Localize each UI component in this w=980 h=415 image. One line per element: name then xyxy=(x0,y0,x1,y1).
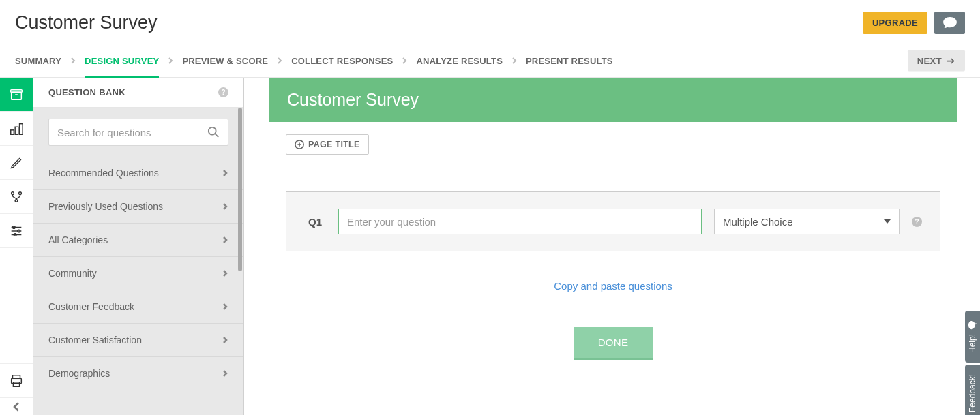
upgrade-button[interactable]: UPGRADE xyxy=(863,12,927,34)
category-all-categories[interactable]: All Categories xyxy=(33,224,243,257)
tab-analyze-results[interactable]: ANALYZE RESULTS xyxy=(416,45,503,77)
main: Customer Survey PAGE TITLE Q1 Multiple C… xyxy=(244,78,980,415)
rail-top xyxy=(0,78,33,248)
chevron-right-icon xyxy=(222,170,228,176)
search-box[interactable] xyxy=(48,119,228,146)
branch-icon xyxy=(9,189,24,204)
scrollbar[interactable] xyxy=(238,108,242,271)
rail-question-bank[interactable] xyxy=(0,78,33,112)
tab-preview-score[interactable]: PREVIEW & SCORE xyxy=(182,45,268,77)
feedback-tab[interactable]: Feedback! xyxy=(965,365,980,415)
done-button[interactable]: DONE xyxy=(574,327,653,360)
chevron-right-icon xyxy=(222,270,228,277)
question-card: Q1 Multiple Choice ? xyxy=(286,191,940,251)
svg-point-9 xyxy=(15,199,18,202)
caret-down-icon xyxy=(884,218,891,225)
rail-builder[interactable] xyxy=(0,112,33,146)
category-customer-satisfaction[interactable]: Customer Satisfaction xyxy=(33,324,243,357)
chevron-right-icon xyxy=(222,337,228,343)
svg-line-20 xyxy=(216,134,219,138)
page-title: Customer Survey xyxy=(15,12,158,33)
category-label: Customer Satisfaction xyxy=(48,335,142,345)
page-title-label: PAGE TITLE xyxy=(308,140,360,149)
search-wrap xyxy=(33,108,243,157)
left-rail xyxy=(0,78,33,415)
question-type-select[interactable]: Multiple Choice xyxy=(714,209,900,234)
chevron-right-icon xyxy=(401,55,408,67)
chevron-right-icon xyxy=(222,203,228,210)
main-body: PAGE TITLE Q1 Multiple Choice ? Copy and… xyxy=(269,122,957,373)
sidebar: QUESTION BANK ? Recommended Questions Pr… xyxy=(33,78,244,415)
next-button-label: NEXT xyxy=(917,56,942,66)
chat-button[interactable] xyxy=(934,12,965,34)
question-input[interactable] xyxy=(338,209,702,234)
builder-icon xyxy=(9,121,24,136)
category-previously-used-questions[interactable]: Previously Used Questions xyxy=(33,190,243,224)
feedback-tab-label: Feedback! xyxy=(968,374,977,412)
chevron-right-icon xyxy=(276,55,283,67)
svg-point-19 xyxy=(209,127,216,135)
chevron-right-icon xyxy=(511,55,518,67)
svg-point-8 xyxy=(19,191,22,194)
arrow-right-icon xyxy=(946,56,955,65)
svg-marker-24 xyxy=(884,219,891,224)
chevron-right-icon xyxy=(222,236,228,243)
help-tab[interactable]: Help! xyxy=(965,311,980,363)
rail-print[interactable] xyxy=(0,363,33,397)
category-customer-feedback[interactable]: Customer Feedback xyxy=(33,290,243,324)
svg-rect-5 xyxy=(15,127,18,134)
copy-paste-link[interactable]: Copy and paste questions xyxy=(286,280,940,292)
category-label: All Categories xyxy=(48,234,108,245)
main-inner: Customer Survey PAGE TITLE Q1 Multiple C… xyxy=(269,78,957,415)
category-label: Customer Feedback xyxy=(48,301,134,312)
tab-present-results[interactable]: PRESENT RESULTS xyxy=(526,45,613,77)
category-community[interactable]: Community xyxy=(33,257,243,290)
svg-rect-18 xyxy=(13,382,19,386)
question-type-label: Multiple Choice xyxy=(723,216,793,228)
question-number: Q1 xyxy=(308,216,326,228)
category-label: Demographics xyxy=(48,368,110,379)
top-header: Customer Survey UPGRADE xyxy=(0,0,980,44)
svg-point-7 xyxy=(12,191,14,194)
next-button[interactable]: NEXT xyxy=(908,50,965,72)
sliders-icon xyxy=(9,224,24,239)
tab-summary[interactable]: SUMMARY xyxy=(15,45,61,77)
tab-collect-responses[interactable]: COLLECT RESPONSES xyxy=(291,45,393,77)
page-title-button[interactable]: PAGE TITLE xyxy=(286,134,369,155)
category-recommended-questions[interactable]: Recommended Questions xyxy=(33,157,243,190)
rail-appearance[interactable] xyxy=(0,146,33,180)
body: QUESTION BANK ? Recommended Questions Pr… xyxy=(0,78,980,415)
plus-circle-icon xyxy=(295,140,304,149)
tab-design-survey[interactable]: DESIGN SURVEY xyxy=(85,45,159,77)
chevron-right-icon xyxy=(167,55,174,67)
sidebar-head: QUESTION BANK ? xyxy=(33,78,243,108)
chevron-left-icon xyxy=(12,402,21,412)
help-icon[interactable]: ? xyxy=(218,87,228,97)
rail-logic[interactable] xyxy=(0,180,33,214)
rail-collapse[interactable] xyxy=(0,397,33,415)
chevron-right-icon xyxy=(222,370,228,377)
sidebar-scroll: Recommended Questions Previously Used Qu… xyxy=(33,108,243,415)
pencil-icon xyxy=(9,155,24,170)
chevron-right-icon xyxy=(222,303,228,310)
svg-rect-4 xyxy=(11,129,14,134)
speech-bubble-icon xyxy=(942,16,957,29)
category-label: Community xyxy=(48,268,97,279)
category-demographics[interactable]: Demographics xyxy=(33,357,243,390)
nav-tabs: SUMMARY DESIGN SURVEY PREVIEW & SCORE CO… xyxy=(0,44,980,78)
svg-rect-2 xyxy=(12,92,22,99)
sidebar-title: QUESTION BANK xyxy=(48,87,125,97)
speech-bubble-icon xyxy=(968,320,977,330)
search-icon xyxy=(207,126,220,138)
survey-title-bar[interactable]: Customer Survey xyxy=(269,78,957,122)
archive-icon xyxy=(9,87,24,102)
rail-options[interactable] xyxy=(0,214,33,248)
search-input[interactable] xyxy=(57,127,207,138)
printer-icon xyxy=(9,373,24,388)
chevron-right-icon xyxy=(70,55,76,67)
rail-bottom xyxy=(0,363,33,415)
help-tab-label: Help! xyxy=(968,334,977,353)
category-label: Recommended Questions xyxy=(48,168,159,179)
help-icon[interactable]: ? xyxy=(912,217,922,227)
category-label: Previously Used Questions xyxy=(48,201,163,212)
